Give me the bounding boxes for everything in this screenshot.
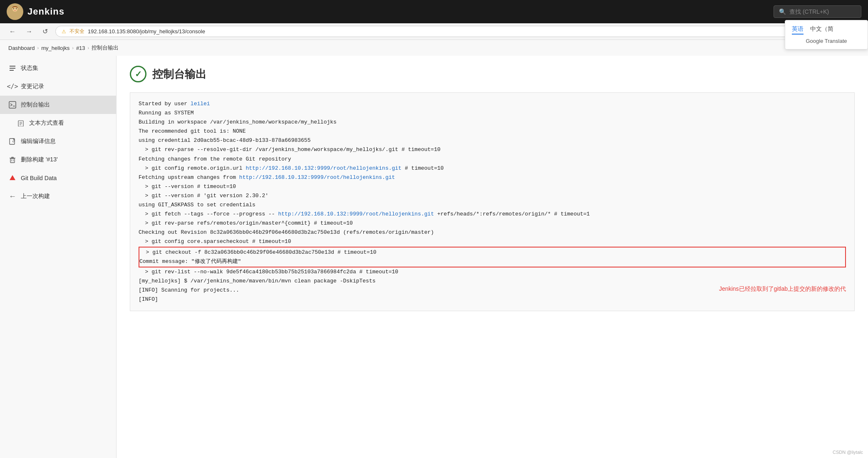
sidebar-item-edit-build[interactable]: 编辑编译信息 (0, 132, 116, 151)
console-wrapper: Started by user leilei Running as SYSTEM… (130, 92, 855, 311)
forward-button[interactable]: → (23, 27, 35, 36)
delete-build-icon (8, 156, 17, 164)
breadcrumb-sep-2: › (72, 45, 74, 50)
page-heading: ✓ 控制台输出 (130, 66, 855, 82)
console-line-12: using GIT_ASKPASS to set credentials (139, 201, 846, 210)
prev-build-icon: ← (8, 192, 17, 201)
breadcrumb-build[interactable]: #13 (76, 45, 85, 51)
git-url-link-2[interactable]: http://192.168.10.132:9999/root/hellojen… (239, 174, 395, 181)
console-line-18: Commit message: "修改了代码再构建" (139, 257, 845, 266)
svg-point-2 (10, 13, 20, 18)
svg-rect-15 (10, 158, 15, 163)
sidebar-item-changes[interactable]: </> 变更记录 (0, 77, 116, 96)
address-bar: ← → ↺ ⚠ 不安全 192.168.10.135:8080/job/my_h… (0, 23, 868, 40)
console-line-1: Started by user leilei (139, 99, 846, 109)
sidebar-item-view-text[interactable]: 文本方式查看 (0, 114, 116, 132)
tab-english[interactable]: 英语 (792, 25, 804, 35)
console-line-19: > git rev-list --no-walk 9de5f46ca4180cb… (139, 267, 846, 277)
sidebar: 状态集 </> 变更记录 控制台输出 (0, 56, 117, 458)
console-line-11: > git --version # 'git version 2.30.2' (139, 191, 846, 201)
console-line-17: > git checkout -f 8c32a0636bb0c46b29f06e… (139, 248, 845, 257)
console-line-6: > git rev-parse --resolve-git-dir /var/j… (139, 145, 846, 154)
top-bar: Jenkins 🔍 (0, 0, 868, 23)
view-text-icon (17, 119, 25, 127)
console-line-8: > git config remote.origin.url http://19… (139, 164, 846, 173)
breadcrumb-sep-3: › (88, 45, 89, 50)
sidebar-label-delete-build: 删除构建 '#13' (21, 156, 58, 163)
sidebar-item-git-build-data[interactable]: Git Build Data (0, 169, 116, 187)
console-line-16: > git config core.sparsecheckout # timeo… (139, 237, 846, 246)
url-warning-label: 不安全 (69, 28, 84, 35)
sidebar-label-console: 控制台输出 (21, 101, 50, 109)
url-text: 192.168.10.135:8080/job/my_hellojks/13/c… (88, 28, 205, 35)
success-check-icon: ✓ (130, 66, 146, 82)
reload-button[interactable]: ↺ (40, 27, 50, 36)
console-line-13: > git fetch --tags --force --progress --… (139, 210, 846, 219)
jenkins-title-text: Jenkins (27, 6, 64, 17)
sidebar-label-view-text: 文本方式查看 (29, 119, 64, 127)
sidebar-label-changes: 变更记录 (21, 83, 44, 90)
git-url-link-1[interactable]: http://192.168.10.132:9999/root/hellojen… (246, 165, 401, 171)
sidebar-item-status[interactable]: 状态集 (0, 59, 116, 77)
security-warning-icon: ⚠ (62, 29, 66, 35)
url-bar[interactable]: ⚠ 不安全 192.168.10.135:8080/job/my_hellojk… (55, 26, 861, 37)
sidebar-item-delete-build[interactable]: 删除构建 '#13' (0, 151, 116, 169)
main-layout: 状态集 </> 变更记录 控制台输出 (0, 56, 868, 458)
console-line-7: Fetching changes from the remote Git rep… (139, 155, 846, 164)
sidebar-label-edit-build: 编辑编译信息 (21, 138, 56, 145)
sidebar-label-prev-build: 上一次构建 (21, 193, 50, 200)
translate-tabs: 英语 中文（简 (792, 25, 861, 35)
red-annotation: Jenkins已经拉取到了gitlab上提交的新的修改的代 (719, 284, 846, 294)
console-line-4: The recommended git tool is: NONE (139, 127, 846, 136)
google-translate-brand: Google Translate (792, 38, 861, 44)
status-icon (8, 64, 17, 72)
console-line-22: [INFO] (139, 295, 846, 304)
svg-point-4 (16, 8, 17, 9)
tab-chinese[interactable]: 中文（简 (810, 25, 833, 35)
back-button[interactable]: ← (7, 27, 18, 36)
search-icon: 🔍 (779, 8, 786, 15)
highlighted-section: > git checkout -f 8c32a0636bb0c46b29f06e… (139, 247, 846, 267)
console-line-5: using credential 2d0acb55-bcac-48d9-b133… (139, 136, 846, 145)
svg-rect-6 (10, 68, 15, 69)
console-line-14: > git rev-parse refs/remotes/origin/mast… (139, 219, 846, 228)
console-line-2: Running as SYSTEM (139, 109, 846, 118)
sidebar-label-status: 状态集 (21, 64, 38, 72)
console-line-15: Checking out Revision 8c32a0636bb0c46b29… (139, 228, 846, 237)
git-build-data-icon (8, 174, 17, 182)
jenkins-avatar-icon (7, 3, 23, 20)
sidebar-item-console[interactable]: 控制台输出 (0, 96, 116, 114)
translate-popup: 英语 中文（简 Google Translate (785, 20, 868, 50)
page-title: 控制台输出 (152, 67, 206, 82)
console-line-9: Fetching upstream changes from http://19… (139, 173, 846, 182)
console-icon (8, 101, 17, 109)
svg-point-3 (13, 8, 14, 9)
sidebar-label-git-build-data: Git Build Data (21, 175, 57, 181)
breadcrumb-sep-1: › (37, 45, 39, 50)
search-bar[interactable]: 🔍 (774, 5, 861, 18)
sidebar-item-prev-build[interactable]: ← 上一次构建 (0, 187, 116, 205)
breadcrumb-current: 控制台输出 (92, 44, 119, 52)
user-link[interactable]: leilei (191, 101, 210, 107)
breadcrumb: Dashboard › my_hellojks › #13 › 控制台输出 (0, 40, 868, 56)
jenkins-logo[interactable]: Jenkins (7, 3, 64, 20)
breadcrumb-job[interactable]: my_hellojks (41, 45, 69, 51)
svg-rect-7 (10, 70, 14, 71)
svg-rect-5 (10, 66, 15, 67)
git-url-link-3[interactable]: http://192.168.10.132:9999/root/hellojen… (278, 211, 434, 217)
changes-icon: </> (8, 82, 17, 91)
svg-marker-19 (10, 175, 15, 180)
console-output: Started by user leilei Running as SYSTEM… (130, 92, 855, 311)
console-line-10: > git --version # timeout=10 (139, 182, 846, 191)
watermark: CSDN @liytalc (833, 450, 863, 455)
breadcrumb-dashboard[interactable]: Dashboard (8, 45, 35, 51)
edit-build-icon (8, 137, 17, 146)
console-line-3: Building in workspace /var/jenkins_home/… (139, 118, 846, 127)
content-area: ✓ 控制台输出 Started by user leilei Running a… (117, 56, 868, 458)
search-input[interactable] (789, 8, 856, 15)
